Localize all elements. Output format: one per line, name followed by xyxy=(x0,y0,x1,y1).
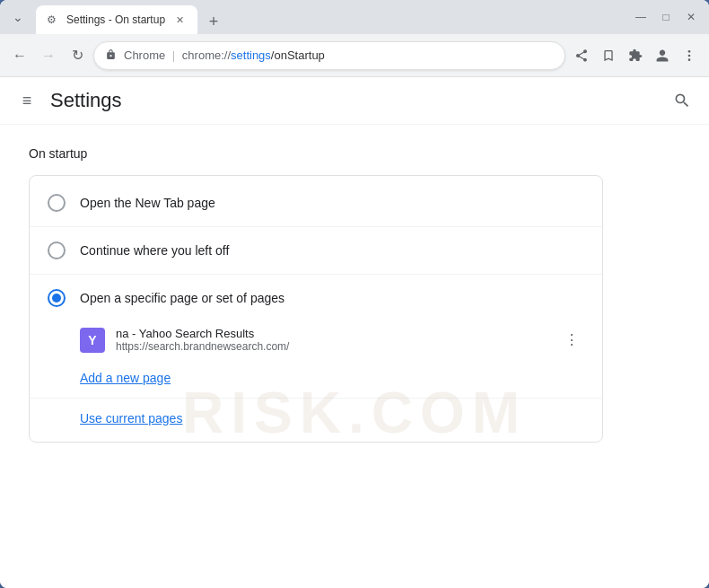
divider-2 xyxy=(30,274,602,275)
settings-search-button[interactable] xyxy=(670,88,695,113)
hamburger-menu-button[interactable]: ≡ xyxy=(14,88,39,113)
svg-point-0 xyxy=(688,50,691,53)
radio-new-tab[interactable] xyxy=(48,194,66,212)
option-new-tab[interactable]: Open the New Tab page xyxy=(30,183,602,223)
svg-point-2 xyxy=(688,58,691,61)
tab-favicon-icon: ⚙ xyxy=(47,13,59,26)
page-entry-more-button[interactable]: ⋮ xyxy=(559,328,584,353)
radio-specific[interactable] xyxy=(48,289,66,307)
add-new-page-link[interactable]: Add a new page xyxy=(30,362,188,394)
address-bar: ← → ↻ Chrome | chrome://settings/onStart… xyxy=(0,34,709,77)
content-area: ≡ Settings RISK.COM On startup Open the … xyxy=(0,77,709,588)
profile-button[interactable] xyxy=(650,43,675,68)
restore-button[interactable]: □ xyxy=(655,6,677,28)
url-scheme: chrome:// xyxy=(182,48,231,62)
back-button[interactable]: ← xyxy=(7,43,32,68)
page-entry-name: na - Yahoo Search Results xyxy=(116,327,548,340)
bookmark-button[interactable] xyxy=(596,43,621,68)
use-current-pages-link[interactable]: Use current pages xyxy=(30,402,200,434)
option-specific-label: Open a specific page or set of pages xyxy=(80,291,284,305)
tab-close-button[interactable]: ✕ xyxy=(172,13,187,27)
browser-window: ⌄ ⚙ Settings - On startup ✕ + — □ ✕ ← → … xyxy=(0,0,709,588)
close-button[interactable]: ✕ xyxy=(680,6,702,28)
option-specific[interactable]: Open a specific page or set of pages xyxy=(30,278,602,318)
option-continue-label: Continue where you left off xyxy=(80,243,229,258)
title-bar: ⌄ ⚙ Settings - On startup ✕ + — □ ✕ xyxy=(0,0,709,34)
settings-page-title: Settings xyxy=(50,89,122,112)
settings-body: RISK.COM On startup Open the New Tab pag… xyxy=(0,125,709,464)
page-entry: Y na - Yahoo Search Results https://sear… xyxy=(30,318,602,362)
security-icon xyxy=(105,48,117,63)
startup-options-card: Open the New Tab page Continue where you… xyxy=(29,175,603,443)
option-new-tab-label: Open the New Tab page xyxy=(80,196,215,210)
divider-1 xyxy=(30,226,602,227)
address-actions xyxy=(569,43,702,68)
reload-button[interactable]: ↻ xyxy=(65,43,90,68)
section-title: On startup xyxy=(29,146,680,161)
minimize-button[interactable]: — xyxy=(630,6,652,28)
url-text: Chrome | chrome://settings/onStartup xyxy=(124,48,325,62)
tab-area: ⚙ Settings - On startup ✕ + xyxy=(36,0,626,34)
url-bar[interactable]: Chrome | chrome://settings/onStartup xyxy=(93,41,565,70)
divider-3 xyxy=(30,398,602,399)
settings-header-left: ≡ Settings xyxy=(14,88,122,113)
page-info: na - Yahoo Search Results https://search… xyxy=(116,327,548,353)
url-path: /onStartup xyxy=(271,48,325,62)
active-tab[interactable]: ⚙ Settings - On startup ✕ xyxy=(36,5,197,34)
share-button[interactable] xyxy=(569,43,594,68)
settings-header: ≡ Settings xyxy=(0,77,709,125)
new-tab-button[interactable]: + xyxy=(201,9,226,34)
extensions-button[interactable] xyxy=(623,43,648,68)
svg-point-1 xyxy=(688,54,691,57)
more-options-button[interactable] xyxy=(677,43,702,68)
page-entry-url: https://search.brandnewsearch.com/ xyxy=(116,340,548,353)
window-controls: — □ ✕ xyxy=(630,6,702,28)
page-favicon-icon: Y xyxy=(80,328,105,353)
tab-title: Settings - On startup xyxy=(66,13,165,26)
tab-overflow-btn[interactable]: ⌄ xyxy=(7,6,29,28)
forward-button[interactable]: → xyxy=(36,43,61,68)
option-continue[interactable]: Continue where you left off xyxy=(30,231,602,270)
url-settings-highlight: settings xyxy=(231,48,271,62)
radio-continue[interactable] xyxy=(48,241,66,259)
url-separator: | xyxy=(169,48,179,62)
url-chrome-label: Chrome xyxy=(124,48,165,62)
